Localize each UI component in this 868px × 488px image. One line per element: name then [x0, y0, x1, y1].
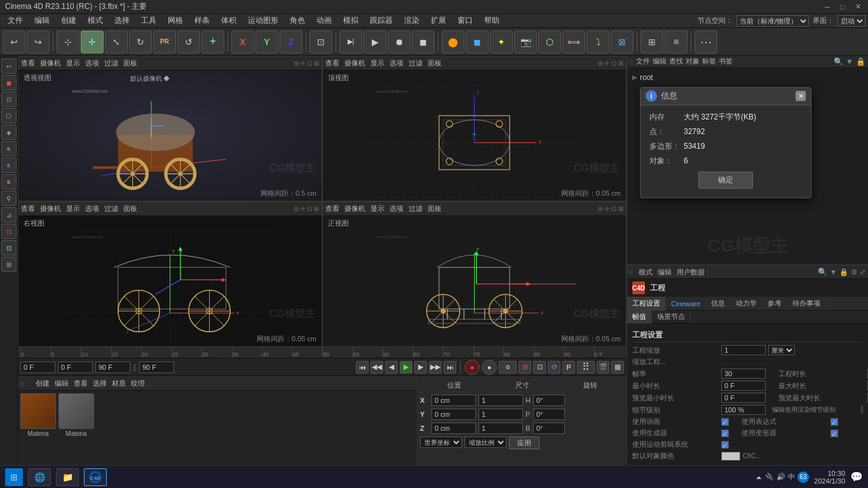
add-button[interactable]: + — [201, 30, 224, 53]
vp-br-panel[interactable]: 面板 — [428, 204, 442, 214]
interface-select[interactable]: 启动 — [837, 15, 865, 27]
vp-br-display[interactable]: 显示 — [370, 204, 384, 214]
prop-color-swatch[interactable] — [721, 452, 740, 461]
key-btn[interactable]: P — [562, 361, 575, 374]
cursor-button[interactable]: ⊡ — [309, 30, 332, 53]
tab-cineware[interactable]: Cineware — [666, 297, 706, 311]
vp-tr-display[interactable]: 显示 — [370, 58, 384, 68]
vp-tl-options[interactable]: 选项 — [85, 58, 99, 68]
pr-button[interactable]: PR — [153, 30, 176, 53]
sidebar-icon-12[interactable]: ⊡ — [1, 240, 17, 255]
motion-btn[interactable]: ⊞ — [519, 361, 531, 374]
goto-end-btn[interactable]: ⏭ — [444, 361, 456, 374]
play-btn[interactable]: ▶ — [363, 30, 386, 53]
step-back-btn[interactable]: ◀ — [385, 361, 398, 374]
scale-tool-button[interactable]: ⤡ — [105, 30, 128, 53]
menu-animate[interactable]: 动画 — [311, 14, 337, 28]
mat-texture[interactable]: 纹理 — [131, 379, 145, 388]
rp-find[interactable]: 查找 — [669, 57, 683, 66]
coord-y-rot[interactable] — [533, 409, 565, 420]
sidebar-icon-7[interactable]: S — [1, 158, 17, 173]
play-btn-tl[interactable]: ▶ — [400, 361, 412, 374]
close-button[interactable]: ✕ — [853, 3, 863, 11]
tab-todo[interactable]: 待办事项 — [787, 297, 826, 311]
vp-br-view[interactable]: 查看 — [325, 204, 339, 214]
prop-fps-input[interactable] — [721, 369, 766, 379]
mat-select[interactable]: 选择 — [93, 379, 107, 388]
sidebar-icon-2[interactable]: ◼ — [1, 75, 17, 90]
frame-current-input[interactable] — [58, 362, 93, 373]
cube-btn[interactable]: ◼ — [466, 30, 489, 53]
anim-icon-btn[interactable]: 🎬 — [597, 361, 609, 374]
light-btn[interactable]: ✦ — [490, 30, 513, 53]
sidebar-icon-11[interactable]: ⊡ — [1, 224, 17, 239]
viewport-right[interactable]: 查看 摄像机 显示 选项 过滤 面板 ⊞ ✛ ⊡ ⊠ — [18, 201, 322, 347]
sidebar-icon-6[interactable]: S — [1, 141, 17, 156]
poly-btn[interactable]: ⬡ — [538, 30, 561, 53]
prop-anim-check[interactable]: ✓ — [721, 418, 729, 426]
prop-clip-check[interactable]: ✓ — [721, 441, 729, 449]
prop-deform-check[interactable]: ✓ — [831, 430, 838, 437]
menu-mograph[interactable]: 运动图形 — [243, 14, 283, 28]
axis-x-button[interactable]: X — [231, 30, 254, 53]
rp-tag[interactable]: 标签 — [702, 57, 716, 66]
vp-bl-camera[interactable]: 摄像机 — [40, 204, 61, 214]
coord-z-rot[interactable] — [533, 423, 565, 434]
tray-notifications[interactable]: 💬 — [850, 471, 863, 483]
prev-frame-btn[interactable]: ◀◀ — [370, 361, 383, 374]
vp-bl-filter[interactable]: 过滤 — [104, 204, 118, 214]
menu-tools[interactable]: 工具 — [136, 14, 161, 28]
vp-tl-panel[interactable]: 面板 — [123, 58, 137, 68]
rp-file[interactable]: 文件 — [636, 57, 650, 66]
tab-reference[interactable]: 参考 — [763, 297, 787, 311]
more-btn[interactable]: ⋯ — [695, 30, 717, 53]
vp-br-filter[interactable]: 过滤 — [409, 204, 423, 214]
undo-button[interactable]: ↩ — [3, 30, 25, 53]
sidebar-icon-5[interactable]: ◈ — [1, 125, 17, 140]
prop-detail-input[interactable] — [721, 405, 766, 415]
rotate-tool-button[interactable]: ↻ — [129, 30, 152, 53]
vp-tl-camera[interactable]: 摄像机 — [40, 58, 61, 68]
step-fwd-btn[interactable]: ▶ — [414, 361, 427, 374]
sidebar-icon-8[interactable]: S — [1, 174, 17, 189]
taskbar-explorer[interactable]: 📁 — [56, 468, 79, 486]
menu-help[interactable]: 帮助 — [479, 14, 505, 28]
sidebar-icon-9[interactable]: ⚲ — [1, 191, 17, 206]
next-frame-btn[interactable]: ▶▶ — [429, 361, 442, 374]
mat-create[interactable]: 创建 — [36, 379, 50, 388]
prop-render-detail-check[interactable] — [861, 406, 863, 414]
coord-x-rot[interactable] — [533, 395, 565, 406]
prop-gen-check[interactable]: ✓ — [721, 430, 729, 437]
tab-project-settings[interactable]: 工程设置 — [627, 297, 666, 311]
coord-x-size[interactable] — [478, 395, 523, 406]
timeline-btn[interactable]: ▶| — [339, 30, 362, 53]
coord-scale-select[interactable]: 缩放比例 — [465, 437, 506, 448]
props-search-icon[interactable]: 🔍 — [818, 268, 827, 276]
mat-material[interactable]: 材质 — [112, 379, 126, 388]
coord-apply-btn[interactable]: 应用 — [509, 437, 539, 449]
minimize-button[interactable]: ─ — [822, 3, 832, 11]
coord-world-select[interactable]: 世界坐标 — [420, 437, 462, 448]
coord-x-pos[interactable] — [431, 395, 476, 406]
mat-view[interactable]: 查看 — [74, 379, 88, 388]
viewport-perspective[interactable]: 查看 摄像机 显示 选项 过滤 面板 ⊞ ✛ ⊡ ⊠ — [18, 56, 322, 201]
prop-scale-unit-select[interactable]: 厘米 — [768, 345, 795, 355]
sphere-btn[interactable]: ⬤ — [442, 30, 465, 53]
record-btn[interactable]: ⏺ — [388, 30, 410, 53]
select-tool-button[interactable]: ⊹ — [57, 30, 79, 53]
vp-tr-options[interactable]: 选项 — [390, 58, 403, 68]
root-item[interactable]: ▶ root — [632, 73, 863, 82]
vp-bl-options[interactable]: 选项 — [85, 204, 99, 214]
search-icon[interactable]: 🔍 — [834, 57, 843, 66]
vp-tl-view[interactable]: 查看 — [21, 58, 35, 68]
filter-icon[interactable]: ▼ — [846, 57, 853, 66]
frame-start-input[interactable] — [20, 362, 55, 373]
info-close-button[interactable]: ✕ — [796, 91, 806, 101]
props-expand-icon[interactable]: ⤢ — [860, 268, 865, 276]
grid-btn[interactable]: ⊞ — [665, 30, 688, 53]
prop-scale-input[interactable] — [721, 345, 766, 355]
rp-bookmark[interactable]: 书签 — [719, 57, 733, 66]
goto-start-btn[interactable]: ⏮ — [356, 361, 369, 374]
coord-z-size[interactable] — [478, 423, 523, 434]
menu-extend[interactable]: 扩展 — [426, 14, 451, 28]
